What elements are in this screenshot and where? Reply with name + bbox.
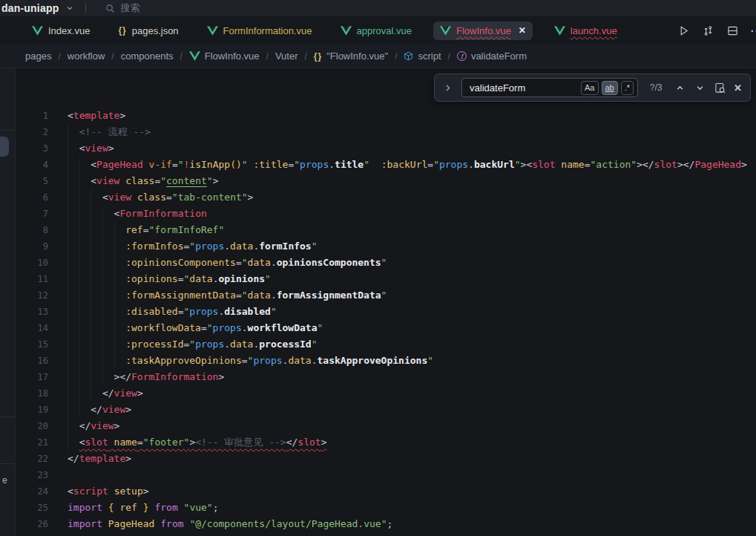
line-number[interactable]: 23	[16, 467, 48, 483]
line-content[interactable]: ></FormInformation>	[48, 369, 224, 385]
code-line[interactable]: 23	[16, 467, 756, 483]
sidebar-drag-handle[interactable]	[0, 137, 9, 157]
more-actions-button[interactable]: ⋯	[750, 23, 756, 39]
match-case-button[interactable]: Aa	[581, 81, 598, 95]
tab-forminformation-vue[interactable]: FormInformation.vue	[200, 22, 319, 40]
find-query-text[interactable]: validateForm	[470, 82, 578, 94]
breadcrumb-item-validateform[interactable]: fvalidateForm	[457, 50, 527, 62]
line-content[interactable]: :processId="props.data.processId"	[48, 336, 318, 353]
line-number[interactable]: 1	[16, 108, 48, 124]
line-content[interactable]: <template>	[48, 108, 125, 124]
line-number[interactable]: 22	[16, 451, 48, 467]
line-content[interactable]: :formInfos="props.data.formInfos"	[48, 238, 318, 255]
line-number[interactable]: 20	[16, 418, 48, 434]
line-number[interactable]: 7	[16, 206, 48, 222]
line-content[interactable]: </view>	[48, 418, 119, 434]
code-line[interactable]: 1<template>	[16, 108, 756, 124]
whole-word-button[interactable]: ab	[602, 81, 618, 95]
code-line[interactable]: 2<!-- 流程 -->	[16, 124, 756, 140]
line-number[interactable]: 5	[16, 173, 48, 189]
code-line[interactable]: 4<PageHead v-if="!isInApp()" :title="pro…	[16, 157, 756, 173]
code-line[interactable]: 15:processId="props.data.processId"	[16, 336, 756, 353]
line-number[interactable]: 25	[16, 500, 48, 516]
line-number[interactable]: 9	[16, 238, 48, 255]
code-line[interactable]: 13:disabled="props.disabled"	[16, 304, 756, 320]
breadcrumb-item--flowinfo-vue-[interactable]: {}"FlowInfo.vue"	[314, 50, 388, 62]
code-lines[interactable]: 1<template>2<!-- 流程 -->3<view>4<PageHead…	[16, 68, 756, 532]
code-line[interactable]: 26import PageHead from "@/components/lay…	[16, 516, 756, 532]
line-content[interactable]: :opinionsComponents="data.opinionsCompon…	[48, 255, 387, 271]
line-content[interactable]: import PageHead from "@/components/layou…	[48, 516, 392, 532]
line-content[interactable]: </template>	[48, 451, 131, 467]
tab-index-vue[interactable]: Index.vue	[25, 22, 96, 40]
code-line[interactable]: 19</view>	[16, 402, 756, 418]
line-number[interactable]: 13	[16, 304, 48, 320]
split-editor-button[interactable]	[726, 24, 739, 37]
run-button[interactable]	[677, 24, 690, 37]
line-number[interactable]: 12	[16, 287, 48, 304]
breadcrumb-item-flowinfo-vue[interactable]: FlowInfo.vue	[189, 50, 260, 62]
line-number[interactable]: 4	[16, 157, 48, 173]
line-number[interactable]: 11	[16, 271, 48, 287]
line-number[interactable]: 2	[16, 124, 48, 140]
line-number[interactable]: 15	[16, 336, 48, 353]
line-number[interactable]: 18	[16, 385, 48, 402]
code-line[interactable]: 17></FormInformation>	[16, 369, 756, 385]
code-line[interactable]: 14:workflowData="props.workflowData"	[16, 320, 756, 336]
line-content[interactable]: <!-- 流程 -->	[48, 124, 151, 140]
line-content[interactable]: import { ref } from "vue";	[48, 500, 219, 516]
line-number[interactable]: 17	[16, 369, 48, 385]
chevron-down-icon[interactable]	[66, 4, 73, 12]
line-content[interactable]: <FormInformation	[48, 206, 207, 222]
line-number[interactable]: 16	[16, 353, 48, 369]
code-line[interactable]: 3<view>	[16, 140, 756, 157]
code-line[interactable]: 18</view>	[16, 385, 756, 402]
code-line[interactable]: 11:opinions="data.opinions"	[16, 271, 756, 287]
code-line[interactable]: 9:formInfos="props.data.formInfos"	[16, 238, 756, 255]
line-content[interactable]: <view class="content">	[48, 173, 219, 189]
code-line[interactable]: 16:taskApproveOpinions="props.data.taskA…	[16, 353, 756, 369]
line-number[interactable]: 19	[16, 402, 48, 418]
tab-close-icon[interactable]: ✕	[519, 25, 526, 36]
project-switcher[interactable]: dan-uniapp	[1, 2, 59, 14]
code-line[interactable]: 24<script setup>	[16, 483, 756, 500]
compare-changes-button[interactable]	[701, 24, 714, 37]
tab-launch-vue[interactable]: launch.vue	[548, 22, 624, 40]
line-content[interactable]: :formAssignmentData="data.formAssignment…	[48, 287, 387, 304]
line-number[interactable]: 10	[16, 255, 48, 271]
line-content[interactable]: :disabled="props.disabled"	[48, 304, 277, 320]
find-in-selection-button[interactable]	[714, 82, 726, 94]
line-content[interactable]	[48, 467, 68, 483]
line-number[interactable]: 14	[16, 320, 48, 336]
line-content[interactable]: <PageHead v-if="!isInApp()" :title="prop…	[48, 157, 747, 173]
search-box[interactable]: 搜索	[105, 1, 139, 15]
line-number[interactable]: 26	[16, 516, 48, 532]
line-content[interactable]: :opinions="data.opinions"	[48, 271, 271, 287]
line-content[interactable]: :workflowData="props.workflowData"	[48, 320, 323, 336]
close-icon[interactable]: ✕	[734, 82, 742, 94]
toggle-replace-chevron-icon[interactable]	[441, 82, 454, 94]
line-number[interactable]: 24	[16, 483, 48, 500]
breadcrumb-item-vuter[interactable]: Vuter	[275, 50, 298, 62]
code-line[interactable]: 10:opinionsComponents="data.opinionsComp…	[16, 255, 756, 271]
code-editor[interactable]: validateForm Aa ab .* ?/3 ✕ 1<template>2…	[16, 68, 756, 536]
breadcrumb-item-script[interactable]: script	[404, 50, 441, 62]
line-content[interactable]: </view>	[48, 385, 143, 402]
breadcrumb-item-workflow[interactable]: workflow	[68, 50, 105, 62]
line-content[interactable]: <script setup>	[48, 483, 149, 500]
code-line[interactable]: 7<FormInformation	[16, 206, 756, 222]
tab-flowinfo-vue[interactable]: FlowInfo.vue✕	[433, 22, 533, 40]
code-line[interactable]: 21<slot name="footer"><!-- 审批意见 --></slo…	[16, 434, 756, 451]
line-content[interactable]: :taskApproveOpinions="props.data.taskApp…	[48, 353, 433, 369]
previous-match-button[interactable]	[674, 82, 686, 94]
code-line[interactable]: 20</view>	[16, 418, 756, 434]
tab-pages-json[interactable]: {}pages.json	[111, 22, 185, 40]
line-content[interactable]: <slot name="footer"><!-- 审批意见 --></slot>	[48, 434, 326, 451]
line-content[interactable]: ref="formInfoRef"	[48, 222, 224, 238]
tab-approval-vue[interactable]: approval.vue	[334, 22, 418, 40]
code-line[interactable]: 8ref="formInfoRef"	[16, 222, 756, 238]
next-match-button[interactable]	[694, 82, 706, 94]
line-number[interactable]: 8	[16, 222, 48, 238]
breadcrumb-item-pages[interactable]: pages	[25, 50, 51, 62]
code-line[interactable]: 25import { ref } from "vue";	[16, 500, 756, 516]
